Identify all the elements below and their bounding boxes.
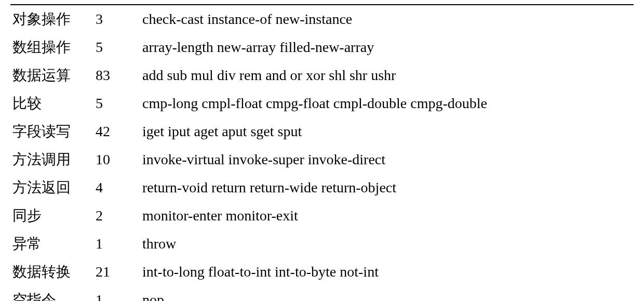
category-cell: 数据运算 — [10, 61, 93, 89]
count-cell: 1 — [93, 286, 140, 301]
category-cell: 字段读写 — [10, 117, 93, 146]
count-cell: 21 — [93, 258, 140, 286]
table-row: 方法调用 10 invoke-virtual invoke-super invo… — [10, 146, 634, 174]
count-cell: 5 — [93, 89, 140, 117]
count-cell: 1 — [93, 230, 140, 258]
table-row: 同步 2 monitor-enter monitor-exit — [10, 202, 634, 230]
examples-cell: invoke-virtual invoke-super invoke-direc… — [140, 146, 634, 174]
count-cell: 3 — [93, 5, 140, 33]
count-cell: 5 — [93, 33, 140, 61]
category-cell: 异常 — [10, 230, 93, 258]
category-cell: 对象操作 — [10, 5, 93, 33]
table-row: 对象操作 3 check-cast instance-of new-instan… — [10, 5, 634, 33]
examples-cell: return-void return return-wide return-ob… — [140, 174, 634, 202]
examples-cell: iget iput aget aput sget sput — [140, 117, 634, 146]
examples-cell: monitor-enter monitor-exit — [140, 202, 634, 230]
examples-cell: throw — [140, 230, 634, 258]
category-cell: 空指令 — [10, 286, 93, 301]
count-cell: 4 — [93, 174, 140, 202]
opcode-table-container: 对象操作 3 check-cast instance-of new-instan… — [0, 0, 644, 301]
table-row: 比较 5 cmp-long cmpl-float cmpg-float cmpl… — [10, 89, 634, 117]
table-row: 空指令 1 nop — [10, 286, 634, 301]
examples-cell: int-to-long float-to-int int-to-byte not… — [140, 258, 634, 286]
table-row: 数据转换 21 int-to-long float-to-int int-to-… — [10, 258, 634, 286]
count-cell: 10 — [93, 146, 140, 174]
table-row: 数组操作 5 array-length new-array filled-new… — [10, 33, 634, 61]
examples-cell: nop — [140, 286, 634, 301]
category-cell: 数组操作 — [10, 33, 93, 61]
category-cell: 方法返回 — [10, 174, 93, 202]
count-cell: 42 — [93, 117, 140, 146]
category-cell: 方法调用 — [10, 146, 93, 174]
examples-cell: check-cast instance-of new-instance — [140, 5, 634, 33]
category-cell: 数据转换 — [10, 258, 93, 286]
table-row: 数据运算 83 add sub mul div rem and or xor s… — [10, 61, 634, 89]
examples-cell: cmp-long cmpl-float cmpg-float cmpl-doub… — [140, 89, 634, 117]
table-row: 方法返回 4 return-void return return-wide re… — [10, 174, 634, 202]
count-cell: 2 — [93, 202, 140, 230]
category-cell: 同步 — [10, 202, 93, 230]
opcode-table: 对象操作 3 check-cast instance-of new-instan… — [10, 4, 634, 301]
count-cell: 83 — [93, 61, 140, 89]
opcode-table-body: 对象操作 3 check-cast instance-of new-instan… — [10, 5, 634, 301]
table-row: 字段读写 42 iget iput aget aput sget sput — [10, 117, 634, 146]
table-row: 异常 1 throw — [10, 230, 634, 258]
examples-cell: add sub mul div rem and or xor shl shr u… — [140, 61, 634, 89]
examples-cell: array-length new-array filled-new-array — [140, 33, 634, 61]
category-cell: 比较 — [10, 89, 93, 117]
